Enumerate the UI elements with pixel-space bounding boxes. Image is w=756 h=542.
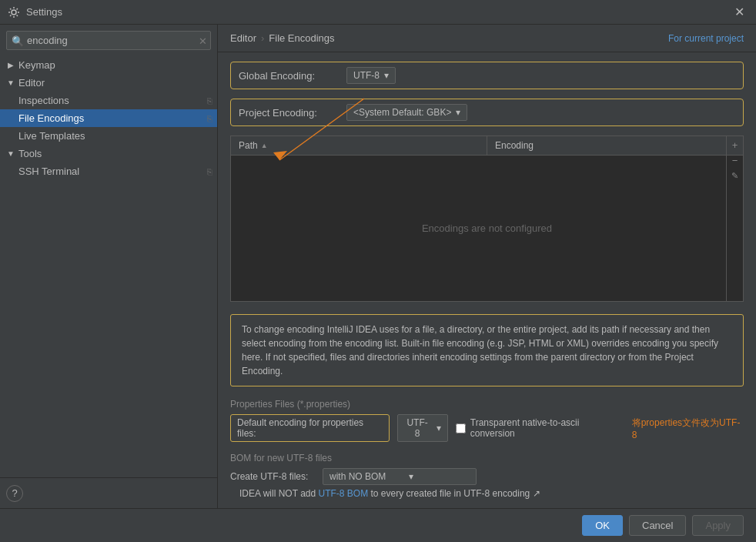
edit-row-button[interactable]: ✎ bbox=[728, 169, 742, 182]
table-empty-message: Encodings are not configured bbox=[231, 156, 743, 301]
ok-button[interactable]: OK bbox=[582, 515, 623, 536]
copy-icon-file-encodings: ⎘ bbox=[207, 114, 212, 123]
global-encoding-dropdown[interactable]: UTF-8 ▾ bbox=[346, 67, 396, 84]
project-encoding-box: Project Encoding: <System Default: GBK> … bbox=[230, 99, 744, 126]
properties-encoding-row: Default encoding for properties files: U… bbox=[230, 414, 744, 442]
bom-section-title: BOM for new UTF-8 files bbox=[230, 453, 744, 463]
live-templates-label: Live Templates bbox=[18, 130, 85, 142]
global-encoding-arrow: ▾ bbox=[384, 70, 389, 81]
file-encodings-label: File Encodings bbox=[18, 112, 84, 124]
apply-button[interactable]: Apply bbox=[692, 515, 744, 536]
default-encoding-label: Default encoding for properties files: bbox=[230, 414, 390, 442]
transparent-conversion-checkbox[interactable] bbox=[456, 423, 466, 433]
breadcrumb-parent: Editor bbox=[230, 32, 256, 44]
encoding-label: Encoding bbox=[495, 140, 534, 151]
bom-dropdown-arrow: ▾ bbox=[409, 471, 413, 482]
svg-point-0 bbox=[12, 10, 16, 15]
info-box: To change encoding IntelliJ IDEA uses fo… bbox=[230, 314, 744, 386]
settings-tree: ▶ Keymap ▼ Editor Inspections ⎘ bbox=[0, 56, 217, 477]
sidebar: 🔍 ✕ ▶ Keymap ▼ Editor bbox=[0, 25, 218, 508]
cancel-button[interactable]: Cancel bbox=[629, 515, 686, 536]
bom-dropdown-value: with NO BOM bbox=[329, 471, 386, 482]
project-encoding-arrow: ▾ bbox=[456, 107, 460, 118]
help-button[interactable]: ? bbox=[6, 485, 23, 502]
sidebar-item-live-templates[interactable]: Live Templates bbox=[0, 127, 217, 145]
breadcrumb-current: File Encodings bbox=[269, 32, 334, 44]
encodings-table: Path ▲ Encoding Encodings are not config… bbox=[230, 136, 744, 302]
bom-section: BOM for new UTF-8 files Create UTF-8 fil… bbox=[230, 453, 744, 499]
bom-info: IDEA will NOT add UTF-8 BOM to every cre… bbox=[230, 488, 744, 499]
tree-arrow-editor: ▼ bbox=[6, 79, 15, 88]
path-label: Path bbox=[239, 140, 258, 151]
bom-info-suffix: to every created file in UTF-8 encoding … bbox=[371, 488, 540, 499]
breadcrumb-separator: › bbox=[261, 32, 264, 44]
sidebar-item-editor[interactable]: ▼ Editor bbox=[0, 74, 217, 92]
search-box: 🔍 ✕ bbox=[6, 31, 211, 50]
settings-icon bbox=[8, 6, 20, 18]
global-encoding-box: Global Encoding: UTF-8 ▾ bbox=[230, 62, 744, 89]
sidebar-item-file-encodings[interactable]: File Encodings ⎘ bbox=[0, 109, 217, 127]
copy-icon-ssh: ⎘ bbox=[207, 167, 212, 176]
panel-content: Global Encoding: UTF-8 ▾ Project Encodin… bbox=[218, 52, 756, 508]
encoding-column-header: Encoding bbox=[487, 136, 743, 155]
create-utf8-label: Create UTF-8 files: bbox=[230, 471, 315, 482]
table-header: Path ▲ Encoding bbox=[231, 136, 743, 156]
sidebar-item-inspections[interactable]: Inspections ⎘ bbox=[0, 92, 217, 109]
tree-arrow-tools: ▼ bbox=[6, 149, 15, 159]
add-row-button[interactable]: + bbox=[728, 138, 742, 152]
properties-section-title: Properties Files (*.properties) bbox=[230, 399, 744, 410]
tools-label: Tools bbox=[18, 148, 42, 159]
properties-encoding-dropdown[interactable]: UTF-8 ▾ bbox=[397, 414, 447, 442]
close-button[interactable]: ✕ bbox=[730, 3, 748, 22]
bom-info-text: IDEA will NOT add bbox=[239, 488, 316, 499]
title-bar: Settings ✕ bbox=[0, 0, 756, 25]
global-encoding-label: Global Encoding: bbox=[239, 70, 339, 82]
editor-label: Editor bbox=[18, 77, 45, 89]
table-toolbar: + − ✎ bbox=[726, 136, 743, 301]
project-encoding-label: Project Encoding: bbox=[239, 107, 339, 119]
bom-create-row: Create UTF-8 files: with NO BOM ▾ bbox=[230, 468, 744, 485]
transparent-conversion-label: Transparent native-to-ascii conversion bbox=[470, 417, 624, 439]
global-encoding-row: Global Encoding: UTF-8 ▾ bbox=[239, 67, 735, 84]
search-clear-button[interactable]: ✕ bbox=[199, 35, 207, 46]
settings-dialog: Settings ✕ 🔍 ✕ ▶ Keymap bbox=[0, 0, 756, 542]
breadcrumb: Editor › File Encodings For current proj… bbox=[218, 25, 756, 52]
sidebar-bottom-bar: ? bbox=[0, 477, 217, 508]
right-panel-inner: Global Encoding: UTF-8 ▾ Project Encodin… bbox=[218, 52, 756, 508]
sidebar-item-tools[interactable]: ▼ Tools bbox=[0, 145, 217, 162]
properties-section: Properties Files (*.properties) Default … bbox=[230, 399, 744, 447]
project-encoding-value: <System Default: GBK> bbox=[353, 107, 451, 118]
remove-row-button[interactable]: − bbox=[728, 153, 742, 167]
tree-arrow-keymap: ▶ bbox=[6, 61, 15, 70]
cn-annotation: 将properties文件改为UTF-8 bbox=[632, 417, 744, 440]
keymap-label: Keymap bbox=[18, 59, 55, 71]
sidebar-item-keymap[interactable]: ▶ Keymap bbox=[0, 56, 217, 74]
props-encoding-value: UTF-8 bbox=[404, 417, 430, 439]
for-current-project-link[interactable]: For current project bbox=[668, 33, 744, 44]
ssh-terminal-label: SSH Terminal bbox=[18, 166, 79, 177]
info-text: To change encoding IntelliJ IDEA uses fo… bbox=[242, 324, 718, 376]
inspections-label: Inspections bbox=[18, 95, 69, 106]
path-sort-icon: ▲ bbox=[261, 142, 268, 149]
right-panel: Editor › File Encodings For current proj… bbox=[218, 25, 756, 508]
project-encoding-dropdown[interactable]: <System Default: GBK> ▾ bbox=[346, 104, 467, 121]
path-column-header: Path ▲ bbox=[231, 136, 487, 155]
search-input[interactable] bbox=[6, 31, 211, 50]
global-encoding-value: UTF-8 bbox=[353, 70, 380, 81]
dialog-footer: OK Cancel Apply bbox=[0, 508, 756, 542]
copy-icon-inspections: ⎘ bbox=[207, 96, 212, 105]
sidebar-item-ssh-terminal[interactable]: SSH Terminal ⎘ bbox=[0, 162, 217, 180]
transparent-conversion-row: Transparent native-to-ascii conversion bbox=[456, 417, 624, 439]
window-title: Settings bbox=[26, 6, 730, 18]
bom-info-link[interactable]: UTF-8 BOM bbox=[319, 488, 369, 499]
main-content: 🔍 ✕ ▶ Keymap ▼ Editor bbox=[0, 25, 756, 508]
bom-dropdown[interactable]: with NO BOM ▾ bbox=[323, 468, 477, 485]
search-icon: 🔍 bbox=[12, 35, 24, 46]
help-label: ? bbox=[12, 487, 17, 499]
project-encoding-row: Project Encoding: <System Default: GBK> … bbox=[239, 104, 735, 121]
props-encoding-arrow: ▾ bbox=[437, 423, 441, 433]
